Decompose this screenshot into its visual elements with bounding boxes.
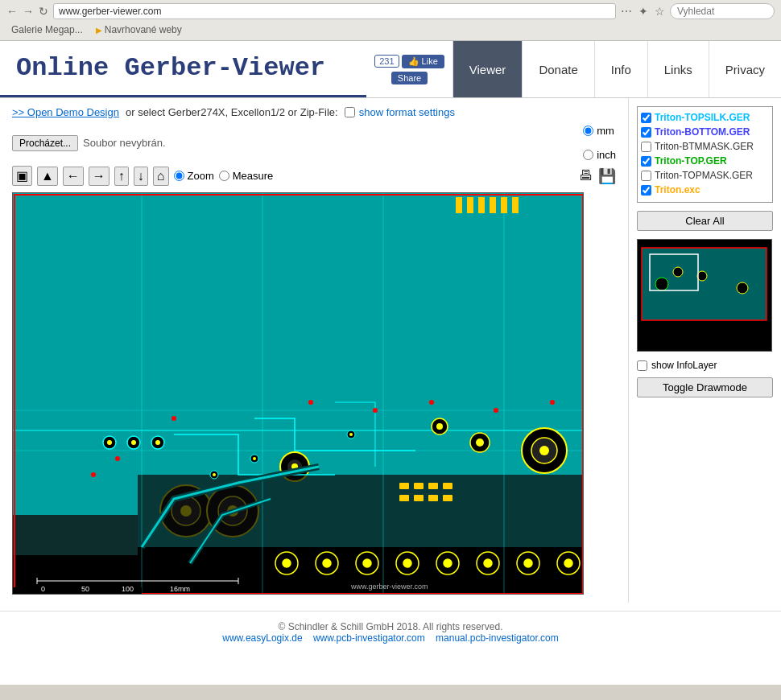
svg-rect-106	[490, 197, 496, 213]
like-button[interactable]: 👍 Like	[402, 55, 444, 68]
svg-point-23	[131, 440, 136, 445]
footer: © Schindler & Schill GmbH 2018. All righ…	[0, 611, 781, 653]
footer-link-3[interactable]: manual.pcb-investigator.com	[436, 632, 559, 644]
svg-rect-107	[501, 197, 507, 213]
unit-inch-option[interactable]: inch	[583, 149, 616, 161]
layer-btmmask-checkbox[interactable]	[641, 142, 651, 152]
layer-item-exc[interactable]: Triton.exc	[641, 183, 769, 197]
print-button[interactable]: 🖶	[579, 167, 593, 185]
unit-mm-radio[interactable]	[583, 126, 593, 136]
svg-text:50: 50	[81, 585, 89, 593]
svg-text:16mm: 16mm	[170, 585, 190, 593]
footer-link-1[interactable]: www.easyLogix.de	[222, 632, 302, 644]
svg-point-98	[539, 446, 549, 455]
layer-top-checkbox[interactable]	[641, 156, 651, 167]
format-settings-checkbox[interactable]	[345, 107, 355, 117]
footer-link-2[interactable]: www.pcb-investigator.com	[313, 632, 425, 644]
svg-point-111	[171, 416, 176, 421]
unit-mm-option[interactable]: mm	[583, 125, 616, 137]
layer-exc-label: Triton.exc	[655, 184, 700, 196]
svg-point-116	[550, 400, 555, 405]
unit-inch-radio[interactable]	[583, 150, 593, 160]
arrow-up-button[interactable]: ↑	[114, 167, 129, 186]
bookmark-icon[interactable]: ✦	[638, 5, 648, 18]
arrow-right-button[interactable]: →	[89, 167, 110, 186]
svg-text:100: 100	[122, 585, 134, 593]
layer-bottom-label: Triton-BOTTOM.GER	[655, 126, 750, 138]
zoom-mode-option[interactable]: Zoom	[174, 170, 214, 182]
file-bar: >> Open Demo Design or select Gerber274X…	[12, 106, 616, 118]
browser-tab-2[interactable]: ▶ Navrhované weby	[91, 23, 187, 37]
save-button[interactable]: 💾	[598, 167, 616, 185]
svg-point-115	[494, 408, 498, 413]
gerber-canvas[interactable]: 0 50 100 16mm www.gerber-viewer.com	[12, 192, 584, 595]
svg-point-112	[308, 400, 313, 405]
svg-rect-94	[428, 495, 438, 501]
home-button[interactable]: ⌂	[153, 167, 169, 186]
svg-point-43	[564, 559, 572, 567]
nav-item-info[interactable]: Info	[594, 41, 647, 97]
layer-topmask-checkbox[interactable]	[641, 171, 651, 181]
format-settings-label[interactable]: show format settings	[359, 106, 455, 118]
svg-rect-5	[13, 515, 138, 555]
svg-rect-88	[399, 483, 409, 489]
refresh-icon[interactable]: ↻	[39, 5, 48, 18]
back-icon[interactable]: ←	[6, 5, 18, 18]
layer-item-bottom[interactable]: Triton-BOTTOM.GER	[641, 125, 769, 139]
show-infolayer-checkbox[interactable]	[637, 360, 647, 371]
open-demo-link[interactable]: >> Open Demo Design	[12, 106, 119, 118]
layer-item-topsilk[interactable]: Triton-TOPSILK.GER	[641, 110, 769, 125]
tab2-label: Navrhované weby	[105, 24, 182, 35]
svg-point-122	[673, 267, 683, 277]
share-button[interactable]: Share	[391, 72, 428, 84]
tab1-label: Galerie Megap...	[11, 24, 83, 35]
browser-chrome: ← → ↻ ⋯ ✦ ☆ Galerie Megap... ▶ Navrhovan…	[0, 0, 781, 41]
svg-point-124	[737, 282, 748, 294]
forward-icon[interactable]: →	[23, 5, 34, 18]
nav-item-donate[interactable]: Donate	[522, 41, 593, 97]
more-icon[interactable]: ⋯	[621, 5, 632, 18]
svg-point-100	[476, 439, 484, 447]
zoom-mode-radio[interactable]	[174, 171, 184, 181]
zoom-fit-button[interactable]: ▣	[12, 166, 32, 186]
svg-rect-103	[456, 197, 462, 213]
svg-point-35	[403, 559, 411, 567]
svg-text:www.gerber-viewer.com: www.gerber-viewer.com	[350, 583, 428, 591]
layer-item-top[interactable]: Triton-TOP.GER	[641, 154, 769, 168]
zoom-in-button[interactable]: ▲	[37, 167, 58, 186]
layer-topsilk-checkbox[interactable]	[641, 113, 651, 123]
footer-copyright: © Schindler & Schill GmbH 2018. All righ…	[10, 621, 771, 632]
layer-exc-checkbox[interactable]	[641, 185, 651, 196]
layer-bottom-checkbox[interactable]	[641, 127, 651, 138]
svg-point-29	[283, 559, 291, 567]
right-sidebar: Triton-TOPSILK.GER Triton-BOTTOM.GER Tri…	[628, 98, 781, 603]
browser-tab-1[interactable]: Galerie Megap...	[6, 23, 88, 37]
svg-rect-92	[399, 495, 409, 501]
show-infolayer-option[interactable]: show InfoLayer	[637, 360, 773, 371]
svg-point-87	[349, 433, 353, 436]
no-file-text: Soubor nevybrán.	[83, 137, 166, 149]
nav-item-viewer[interactable]: Viewer	[452, 41, 523, 97]
nav-item-privacy[interactable]: Privacy	[709, 41, 781, 97]
layer-item-topmask[interactable]: Triton-TOPMASK.GER	[641, 168, 769, 183]
address-input[interactable]	[53, 3, 616, 19]
svg-rect-95	[443, 495, 452, 501]
measure-mode-radio[interactable]	[219, 171, 229, 181]
unit-select: mm inch	[583, 125, 616, 161]
site-title: Online Gerber-Viewer	[0, 41, 366, 97]
svg-rect-27	[138, 475, 584, 547]
toggle-drawmode-button[interactable]: Toggle Drawmode	[637, 377, 773, 397]
clear-all-button[interactable]: Clear All	[637, 211, 773, 231]
measure-mode-option[interactable]: Measure	[219, 170, 274, 182]
arrow-left-button[interactable]: ←	[63, 167, 84, 186]
svg-point-25	[155, 440, 160, 445]
star-icon[interactable]: ☆	[655, 5, 665, 18]
svg-rect-89	[414, 483, 424, 489]
layer-item-btmmask[interactable]: Triton-BTMMASK.GER	[641, 139, 769, 154]
arrow-down-button[interactable]: ↓	[134, 167, 148, 186]
search-input[interactable]	[670, 3, 775, 19]
browse-button[interactable]: Procházet...	[12, 135, 78, 151]
nav-item-links[interactable]: Links	[647, 41, 709, 97]
svg-point-83	[213, 473, 216, 476]
file-label: or select Gerber274X, Excellon1/2 or Zip…	[126, 106, 338, 118]
